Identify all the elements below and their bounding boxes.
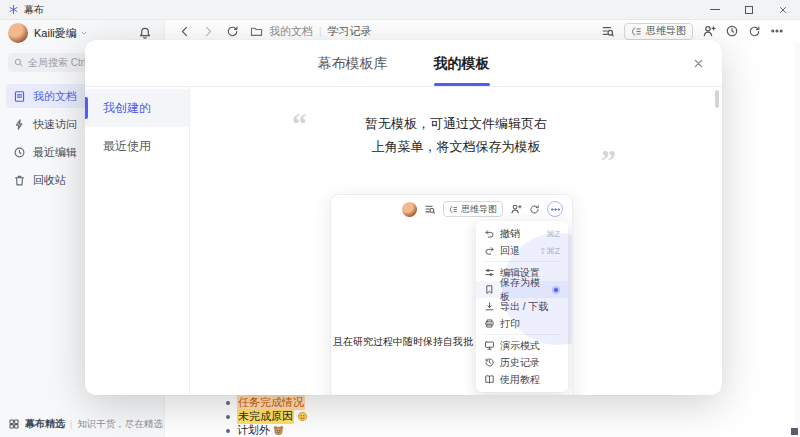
invite-collaborator-icon bbox=[510, 203, 522, 215]
sliders-icon bbox=[484, 267, 495, 278]
outline-text[interactable]: 计划外 bbox=[237, 423, 270, 437]
resize-grip[interactable] bbox=[791, 428, 798, 435]
sidebar-item-label: 最近编辑 bbox=[33, 145, 77, 160]
outline-item[interactable]: 任务完成情况 bbox=[226, 396, 308, 409]
outline-text[interactable]: 任务完成情况 bbox=[237, 395, 305, 410]
user-name: Kaili愛编 bbox=[34, 26, 77, 41]
menu-divider bbox=[484, 261, 560, 262]
highlight-dot bbox=[552, 286, 560, 294]
refresh-button[interactable] bbox=[226, 25, 239, 38]
modal-close-button[interactable] bbox=[688, 53, 708, 73]
mindmap-toggle-button[interactable]: 思维导图 bbox=[624, 23, 693, 40]
bullet-dot[interactable] bbox=[226, 401, 230, 405]
window-minimize-button[interactable] bbox=[698, 0, 732, 19]
back-button[interactable] bbox=[178, 25, 191, 38]
outline-search-icon bbox=[424, 203, 436, 215]
mindmap-label: 思维导图 bbox=[461, 203, 497, 216]
filter-created-by-me[interactable]: 我创建的 bbox=[85, 89, 189, 127]
search-icon bbox=[13, 57, 24, 68]
toolbar-actions: 思维导图 bbox=[601, 23, 784, 40]
avatar bbox=[402, 202, 417, 217]
outline-item[interactable]: 未完成原因 bbox=[226, 410, 308, 423]
sidebar-item-label: 我的文档 bbox=[33, 89, 77, 104]
menu-label: 回退 bbox=[500, 244, 520, 258]
document-icon bbox=[13, 90, 26, 103]
more-options-icon bbox=[550, 204, 561, 215]
outline-text[interactable]: 未完成原因 bbox=[237, 409, 294, 424]
menu-label: 打印 bbox=[500, 317, 520, 331]
modal-scrollbar-thumb[interactable] bbox=[715, 90, 719, 108]
folder-icon bbox=[250, 25, 263, 38]
menu-item-export-download: 导出 / 下载 bbox=[476, 298, 568, 315]
menu-item-tutorial: 使用教程 bbox=[476, 371, 568, 388]
modal-body: 我创建的 最近使用 “ 暂无模板，可通过文件编辑页右 上角菜单，将文档保存为模板… bbox=[85, 87, 722, 394]
menu-item-presentation-mode: 演示模式 bbox=[476, 337, 568, 354]
modal-side-nav: 我创建的 最近使用 bbox=[85, 87, 190, 394]
breadcrumb-parent[interactable]: 我的文档 bbox=[269, 24, 313, 39]
bullet-dot[interactable] bbox=[226, 429, 230, 433]
tab-my-templates[interactable]: 我的模板 bbox=[434, 55, 490, 86]
outline-item[interactable]: 计划外 bbox=[226, 424, 308, 437]
redo-icon bbox=[484, 245, 495, 256]
mindmap-toggle-button: 思维导图 bbox=[443, 201, 503, 217]
caret-down-icon bbox=[80, 29, 88, 37]
notification-bell-icon[interactable] bbox=[138, 26, 152, 40]
breadcrumb-current[interactable]: 学习记录 bbox=[328, 24, 372, 39]
document-toolbar: 我的文档 | 学习记录 思维导图 bbox=[165, 20, 792, 42]
menu-label: 演示模式 bbox=[500, 339, 540, 353]
mindmap-icon bbox=[449, 205, 458, 214]
window-title: 幕布 bbox=[24, 3, 44, 17]
animal-face-emoji-icon bbox=[273, 425, 284, 436]
presentation-icon bbox=[484, 340, 495, 351]
featured-subtitle: 知识干货，尽在精选 bbox=[77, 418, 163, 431]
sync-icon[interactable] bbox=[748, 25, 761, 38]
menu-divider bbox=[484, 334, 560, 335]
window-close-button[interactable] bbox=[766, 0, 800, 19]
menu-item-undo: 撤销 ⌘Z bbox=[476, 225, 568, 242]
window-controls bbox=[698, 0, 800, 19]
outline-list: 任务完成情况 未完成原因 计划外 bbox=[226, 396, 308, 437]
lightning-icon bbox=[13, 118, 26, 131]
illustration-toolbar: 思维导图 bbox=[331, 195, 572, 223]
sidebar-item-label: 快速访问 bbox=[33, 117, 77, 132]
illustration-dropdown-menu: 撤销 ⌘Z 回退 ⇧⌘Z 编辑设置 bbox=[476, 221, 568, 392]
menu-item-history: 历史记录 bbox=[476, 354, 568, 371]
help-illustration: 思维导图 且在研究过程中随时保持自我批 撤销 ⌘Z bbox=[330, 194, 573, 395]
smiley-face-emoji-icon bbox=[297, 411, 308, 422]
forward-button[interactable] bbox=[202, 25, 215, 38]
empty-line-1: 暂无模板，可通过文件编辑页右 bbox=[306, 113, 606, 136]
history-icon bbox=[484, 357, 495, 368]
outline-search-icon[interactable] bbox=[601, 24, 615, 38]
sync-icon bbox=[529, 204, 540, 215]
empty-line-2: 上角菜单，将文档保存为模板 bbox=[306, 136, 606, 159]
sidebar-footer-featured[interactable]: 幕布精选 | 知识干货，尽在精选 bbox=[0, 411, 164, 437]
invite-collaborator-icon[interactable] bbox=[702, 24, 716, 38]
more-options-button-highlighted bbox=[547, 201, 563, 217]
user-avatar[interactable] bbox=[8, 23, 28, 43]
bullet-dot[interactable] bbox=[226, 415, 230, 419]
history-clock-icon[interactable] bbox=[725, 24, 739, 38]
trash-icon bbox=[13, 174, 26, 187]
tab-template-library[interactable]: 幕布模板库 bbox=[318, 55, 388, 86]
maximize-icon bbox=[745, 6, 753, 14]
menu-item-redo: 回退 ⇧⌘Z bbox=[476, 242, 568, 259]
minimize-icon bbox=[710, 9, 720, 10]
download-icon bbox=[484, 301, 495, 312]
menu-label: 导出 / 下载 bbox=[500, 300, 548, 314]
app-logo-icon bbox=[8, 4, 19, 15]
mindmap-label: 思维导图 bbox=[646, 24, 686, 38]
shortcut-label: ⇧⌘Z bbox=[539, 246, 560, 256]
grid-icon bbox=[8, 418, 20, 430]
breadcrumb: 我的文档 | 学习记录 bbox=[250, 24, 372, 39]
featured-title: 幕布精选 bbox=[25, 417, 65, 431]
empty-state-message: “ 暂无模板，可通过文件编辑页右 上角菜单，将文档保存为模板 ” bbox=[306, 113, 606, 159]
window-maximize-button[interactable] bbox=[732, 0, 766, 19]
more-options-icon[interactable] bbox=[770, 24, 784, 38]
close-icon bbox=[778, 5, 788, 15]
window-scrollbar-track[interactable] bbox=[794, 42, 800, 429]
quote-open-mark: “ bbox=[292, 109, 307, 139]
bookmark-icon bbox=[484, 284, 495, 295]
footer-separator: | bbox=[70, 419, 72, 429]
templates-modal: 幕布模板库 我的模板 我创建的 最近使用 “ 暂无模板，可通过文件编辑页右 上角… bbox=[85, 40, 722, 395]
filter-recently-used[interactable]: 最近使用 bbox=[85, 127, 189, 165]
